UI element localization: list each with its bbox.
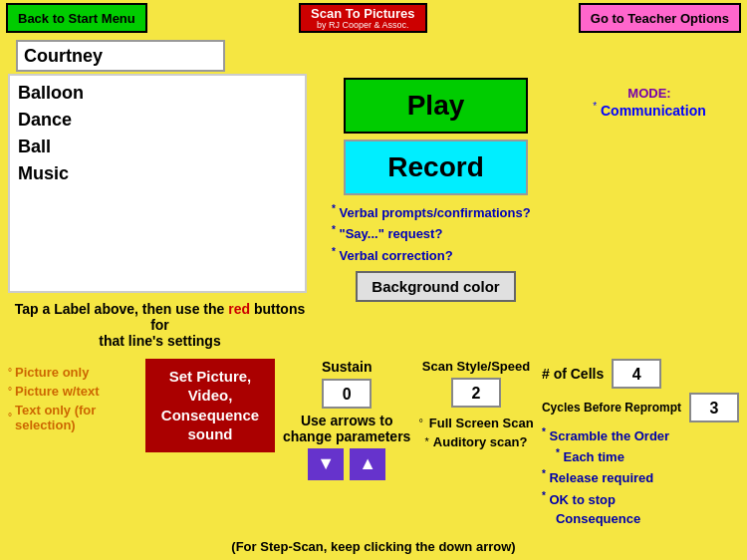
- arrow-up-button[interactable]: ▲: [350, 448, 385, 480]
- cells-value: 4: [612, 359, 661, 389]
- tap-label: Tap a Label above, then use the red butt…: [8, 301, 312, 349]
- each-time-asterisk-icon: *: [556, 447, 560, 458]
- arrow-down-button[interactable]: ▼: [308, 448, 344, 480]
- auditory-asterisk-icon: *: [425, 435, 429, 447]
- scan-to-pictures-button[interactable]: Scan To Pictures by RJ Cooper & Assoc.: [299, 3, 427, 33]
- cycles-value: 3: [689, 393, 739, 422]
- scan-style-label: Scan Style/Speed: [422, 359, 530, 374]
- verbal-prompts-label: Verbal prompts/confirmations?: [340, 205, 531, 220]
- sustain-section: Sustain 0 Use arrows tochange parameters…: [283, 359, 410, 480]
- release-label: Release required: [549, 471, 653, 486]
- record-button[interactable]: Record: [344, 140, 528, 195]
- text-only-option[interactable]: ° Text only (for selection): [8, 403, 137, 432]
- ok-to-stop-option[interactable]: * OK to stop: [542, 490, 739, 507]
- cycles-label: Cycles Before Reprompt: [542, 401, 681, 415]
- ok-stop-asterisk-icon: *: [542, 490, 546, 501]
- verbal-correction-option[interactable]: * Verbal correction?: [332, 244, 550, 265]
- scramble-asterisk-icon: *: [542, 426, 546, 437]
- scramble-label: Scramble the Order: [549, 428, 669, 443]
- list-item[interactable]: Dance: [14, 107, 301, 134]
- top-bar: Back to Start Menu Scan To Pictures by R…: [0, 0, 747, 36]
- scan-style-value: 2: [451, 378, 501, 408]
- footer-note: (For Step-Scan, keep clicking the down a…: [0, 539, 747, 554]
- play-button[interactable]: Play: [344, 78, 528, 134]
- set-picture-line1: Set Picture,: [155, 367, 265, 387]
- right-bottom-options: # of Cells 4 Cycles Before Reprompt 3 * …: [542, 359, 739, 526]
- tap-red-word: red: [228, 301, 250, 317]
- left-bottom-options: ° Picture only ° Picture w/text ° Text o…: [8, 359, 137, 432]
- verbal-correction-label: Verbal correction?: [340, 248, 453, 263]
- radio-circle-icon: °: [8, 412, 12, 422]
- main-content: Balloon Dance Ball Music Tap a Label abo…: [0, 74, 747, 349]
- scan-btn-line1: Scan To Pictures: [311, 7, 415, 21]
- arrows-label: Use arrows tochange parameters: [283, 413, 410, 444]
- cells-row: # of Cells 4: [542, 359, 739, 389]
- list-item[interactable]: Music: [14, 160, 301, 187]
- set-picture-button[interactable]: Set Picture, Video, Consequence sound: [145, 359, 275, 452]
- go-to-teacher-options-button[interactable]: Go to Teacher Options: [579, 3, 741, 33]
- cells-label: # of Cells: [542, 366, 604, 382]
- say-request-label: "Say..." request?: [340, 227, 443, 242]
- each-time-label: Each time: [563, 449, 623, 464]
- asterisk-icon: *: [332, 246, 336, 257]
- scramble-option[interactable]: * Scramble the Order: [542, 426, 739, 443]
- right-column: MODE: * Communication: [560, 74, 739, 349]
- back-to-start-button[interactable]: Back to Start Menu: [6, 3, 147, 33]
- arrows-row: ▼ ▲: [308, 448, 385, 480]
- set-picture-line4: sound: [155, 424, 265, 444]
- mode-label: MODE:: [560, 86, 739, 101]
- asterisk-icon: *: [332, 203, 336, 214]
- bottom-section: ° Picture only ° Picture w/text ° Text o…: [0, 353, 747, 532]
- picture-with-text-option[interactable]: ° Picture w/text: [8, 384, 137, 399]
- picture-with-text-label: Picture w/text: [15, 384, 100, 399]
- full-screen-circle-icon: °: [418, 417, 422, 428]
- scan-btn-line2: by RJ Cooper & Assoc.: [311, 21, 415, 31]
- page-wrapper: Back to Start Menu Scan To Pictures by R…: [0, 0, 747, 560]
- background-color-button[interactable]: Background color: [356, 271, 515, 302]
- cycles-row: Cycles Before Reprompt 3: [542, 393, 739, 422]
- label-list: Balloon Dance Ball Music: [8, 74, 307, 293]
- sustain-value: 0: [322, 379, 372, 409]
- mode-value-text: Communication: [601, 103, 706, 119]
- sustain-label: Sustain: [322, 359, 373, 375]
- verbal-prompts-option[interactable]: * Verbal prompts/confirmations?: [332, 201, 550, 222]
- auditory-scan-row: * Auditory scan?: [425, 434, 528, 449]
- each-time-option[interactable]: * Each time: [542, 447, 739, 464]
- list-item[interactable]: Ball: [14, 134, 301, 160]
- say-request-option[interactable]: * "Say..." request?: [332, 222, 550, 243]
- radio-circle-icon: °: [8, 367, 12, 378]
- release-asterisk-icon: *: [542, 468, 546, 479]
- picture-only-option[interactable]: ° Picture only: [8, 365, 137, 380]
- list-item[interactable]: Balloon: [14, 80, 301, 107]
- consequence-option[interactable]: Consequence: [542, 511, 739, 526]
- tap-text3: that line's settings: [99, 333, 220, 349]
- asterisk-icon: *: [332, 224, 336, 235]
- mode-value: * Communication: [560, 101, 739, 119]
- radio-circle-icon: °: [8, 386, 12, 397]
- picture-only-label: Picture only: [15, 365, 89, 380]
- name-row: [0, 36, 747, 74]
- auditory-scan-option[interactable]: Auditory scan?: [433, 434, 528, 449]
- ok-to-stop-label: OK to stop: [549, 492, 615, 507]
- mode-asterisk-icon: *: [593, 101, 597, 112]
- middle-column: Play Record * Verbal prompts/confirmatio…: [322, 74, 550, 349]
- left-column: Balloon Dance Ball Music Tap a Label abo…: [8, 74, 312, 349]
- full-screen-row: ° Full Screen Scan: [418, 416, 533, 430]
- set-picture-line3: Consequence: [155, 406, 265, 425]
- set-picture-line2: Video,: [155, 386, 265, 406]
- scan-style-section: Scan Style/Speed 2 ° Full Screen Scan * …: [418, 359, 533, 449]
- options-list: * Verbal prompts/confirmations? * "Say..…: [322, 201, 550, 265]
- release-required-option[interactable]: * Release required: [542, 468, 739, 485]
- full-screen-scan-option[interactable]: Full Screen Scan: [429, 416, 534, 430]
- consequence-label: Consequence: [556, 511, 640, 526]
- name-input[interactable]: [16, 40, 225, 72]
- tap-text1: Tap a Label above, then use the: [15, 301, 228, 317]
- text-only-label: Text only (for selection): [15, 403, 137, 432]
